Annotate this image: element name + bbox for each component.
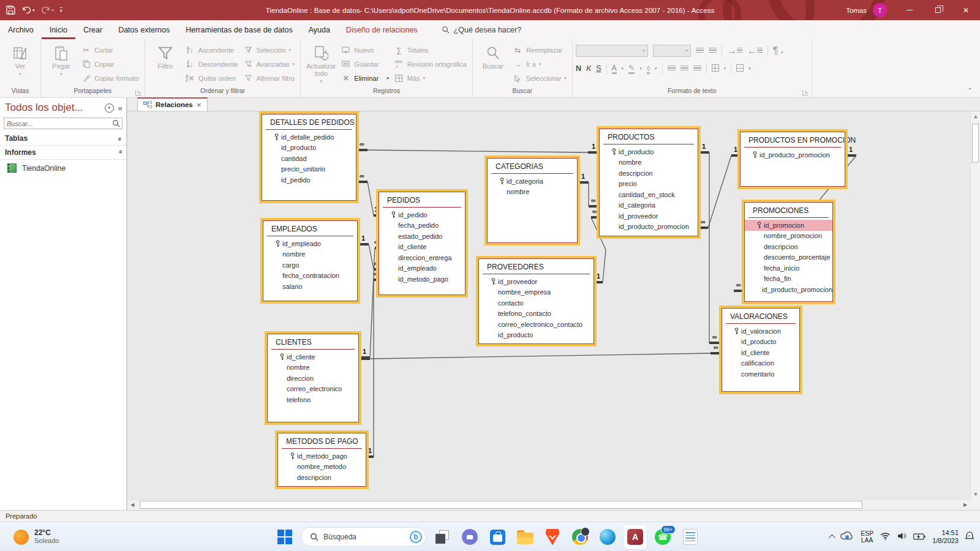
- diagram-table-proveedores[interactable]: PROVEEDORESid_proveedornombre_empresacon…: [478, 258, 594, 344]
- scroll-down-icon[interactable]: ▼: [971, 489, 980, 499]
- table-field-direccion[interactable]: direccion: [268, 373, 358, 384]
- access-button[interactable]: A: [624, 525, 647, 549]
- seleccion-button[interactable]: Selección▾: [241, 43, 298, 57]
- tab-archivo[interactable]: Archivo: [0, 20, 42, 39]
- table-field-descripcion[interactable]: descripcion: [600, 168, 698, 179]
- ir-a-button[interactable]: →Ir a▾: [510, 57, 569, 71]
- table-field-id_pedido[interactable]: id_pedido: [262, 174, 356, 186]
- chat-button[interactable]: [458, 525, 481, 549]
- decrease-indent-icon[interactable]: ←: [747, 45, 763, 56]
- avanzadas-button[interactable]: Avanzadas▾: [241, 57, 298, 71]
- copiar-button[interactable]: Copiar: [78, 57, 141, 71]
- nuevo-button[interactable]: Nuevo: [338, 43, 391, 57]
- minimize-button[interactable]: [895, 0, 924, 20]
- table-field-precio_unitario[interactable]: precio_unitario: [262, 164, 356, 175]
- highlight-color-icon[interactable]: ✎: [628, 64, 635, 74]
- tab-crear[interactable]: Crear: [75, 20, 110, 39]
- tab-herramientas[interactable]: Herramientas de base de datos: [178, 20, 300, 39]
- totales-button[interactable]: ∑Totales: [391, 43, 469, 57]
- nav-menu-icon[interactable]: ▼: [105, 103, 114, 113]
- table-field-id_producto[interactable]: id_producto: [262, 143, 356, 154]
- table-field-nombre_metodo[interactable]: nombre_metodo: [278, 462, 366, 473]
- nav-pane-title[interactable]: Todos los objet...: [5, 102, 105, 114]
- font-family-combo[interactable]: ▾: [576, 45, 648, 57]
- notes-button[interactable]: [679, 525, 702, 549]
- diagram-table-productos[interactable]: PRODUCTOSid_productonombredescripcionpre…: [599, 129, 698, 236]
- guardar-button[interactable]: Guardar: [338, 57, 391, 71]
- table-field-correo_electronico_contacto[interactable]: correo_electronico_contacto: [479, 319, 594, 330]
- copiar-formato-button[interactable]: Copiar formato: [78, 71, 141, 85]
- brave-button[interactable]: [541, 525, 564, 549]
- nav-section-informes[interactable]: Informes »: [0, 146, 126, 160]
- table-field-id_promocion[interactable]: id_promocion: [745, 220, 832, 231]
- cortar-button[interactable]: ✂Cortar: [78, 43, 141, 57]
- increase-indent-icon[interactable]: →: [727, 45, 742, 56]
- table-field-salario[interactable]: salario: [263, 281, 357, 292]
- table-field-id_proveedor[interactable]: id_proveedor: [600, 211, 698, 222]
- seleccionar-button[interactable]: Seleccionar▾: [510, 71, 569, 85]
- edge-button[interactable]: [596, 525, 619, 549]
- table-field-nombre[interactable]: nombre: [600, 157, 698, 168]
- dialog-launcher-icon[interactable]: ↘: [802, 90, 809, 96]
- scroll-left-icon[interactable]: ◀: [127, 500, 137, 509]
- diagram-table-categorias[interactable]: CATEGORIASid_categorianombre: [487, 158, 578, 243]
- tab-ayuda[interactable]: Ayuda: [301, 20, 338, 39]
- diagram-table-clientes[interactable]: CLIENTESid_clientenombredireccioncorreo_…: [267, 334, 359, 422]
- italic-button[interactable]: K: [586, 64, 591, 73]
- table-field-id_producto[interactable]: id_producto: [600, 146, 698, 157]
- diagram-table-pedidos[interactable]: PEDIDOSid_pedidofecha_pedidoestado_pedid…: [379, 192, 466, 295]
- close-button[interactable]: ✕: [952, 0, 980, 20]
- underline-button[interactable]: S: [596, 64, 601, 73]
- scroll-up-icon[interactable]: ▲: [971, 111, 980, 121]
- eliminar-button[interactable]: ✕Eliminar ▾: [338, 71, 391, 85]
- nav-item-tiendaonline[interactable]: TiendaOnline: [0, 160, 126, 176]
- table-field-cargo[interactable]: cargo: [263, 260, 357, 271]
- tab-relaciones[interactable]: Relaciones ✕: [137, 97, 208, 111]
- table-field-descuento_porcentaje[interactable]: descuento_porcentaje: [745, 252, 832, 263]
- table-field-descripcion[interactable]: descripcion: [745, 241, 832, 252]
- table-field-id_detalle_pedido[interactable]: id_detalle_pedido: [262, 132, 356, 143]
- table-field-id_categoria[interactable]: id_categoria: [488, 176, 577, 187]
- revision-button[interactable]: abc✓Revisión ortográfica: [391, 57, 469, 71]
- restore-button[interactable]: [924, 0, 952, 20]
- table-field-id_cliente[interactable]: id_cliente: [722, 347, 799, 358]
- table-field-nombre_promocion[interactable]: nombre_promocion: [745, 231, 832, 242]
- weather-widget[interactable]: 22°C Soleado: [9, 522, 64, 551]
- language-indicator[interactable]: ESP LAA: [861, 530, 873, 544]
- table-field-calificacion[interactable]: calificacion: [722, 358, 799, 369]
- clock[interactable]: 14:51 1/8/2023: [932, 529, 959, 545]
- diagram-table-productos-en-promocion[interactable]: PRODUCTOS EN PROMOCIONid_producto_promoc…: [740, 132, 845, 187]
- ascendente-button[interactable]: AZ↓Ascendente: [183, 43, 241, 57]
- whatsapp-button[interactable]: ☎99+: [651, 525, 674, 549]
- alt-row-color-icon[interactable]: [736, 63, 744, 74]
- tell-me-search[interactable]: ¿Qué desea hacer?: [442, 20, 522, 39]
- table-field-id_metodo_pago[interactable]: id_metodo_pago: [379, 274, 465, 285]
- table-field-cantidad[interactable]: cantidad: [262, 153, 356, 164]
- table-field-contacto[interactable]: contacto: [479, 298, 594, 309]
- gridlines-icon[interactable]: [712, 63, 719, 74]
- font-size-combo[interactable]: ▾: [653, 45, 691, 57]
- notification-bell-icon[interactable]: z: [965, 531, 974, 543]
- tab-inicio[interactable]: Inicio: [42, 20, 75, 39]
- align-right-icon[interactable]: [693, 63, 701, 74]
- bullets-icon[interactable]: [696, 45, 704, 56]
- table-field-estado_pedido[interactable]: estado_pedido: [379, 231, 465, 242]
- table-field-id_categoria[interactable]: id_categoria: [600, 200, 698, 211]
- table-field-id_producto_promocion[interactable]: id_producto_promocion: [600, 222, 698, 233]
- nav-section-tablas[interactable]: Tablas »: [0, 132, 126, 146]
- tab-datos-externos[interactable]: Datos externos: [110, 20, 178, 39]
- tab-diseno-relaciones[interactable]: Diseño de relaciones: [338, 20, 426, 39]
- buscar-button[interactable]: Buscar: [476, 41, 510, 70]
- horizontal-scrollbar[interactable]: ◀ ▶: [127, 499, 970, 510]
- mas-button[interactable]: Más▾: [391, 71, 469, 85]
- diagram-table-metodos-de-pago[interactable]: METODOS DE PAGOid_metodo_pagonombre_meto…: [277, 433, 366, 487]
- table-field-id_cliente[interactable]: id_cliente: [379, 242, 465, 253]
- table-field-direccion_entrega[interactable]: direccion_entrega: [379, 252, 465, 263]
- table-field-id_empleado[interactable]: id_empleado: [263, 238, 357, 249]
- table-field-id_valoracion[interactable]: id_valoracion: [722, 326, 799, 337]
- paragraph-direction-icon[interactable]: ¶ ▾: [773, 45, 783, 56]
- diagram-table-promociones[interactable]: PROMOCIONESid_promocionnombre_promociond…: [744, 202, 833, 302]
- wifi-icon[interactable]: [880, 531, 891, 542]
- table-field-id_empleado[interactable]: id_empleado: [379, 263, 465, 274]
- actualizar-todo-button[interactable]: Actualizar todo▾: [304, 41, 338, 85]
